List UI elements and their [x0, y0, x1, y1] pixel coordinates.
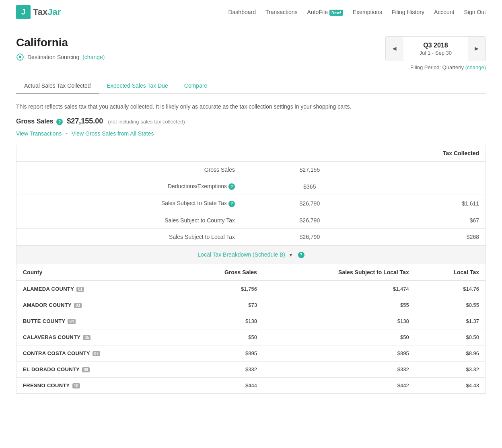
county-name-cell: ALAMEDA COUNTY01	[16, 281, 181, 297]
county-row: CALAVERAS COUNTY05$50$50$0.50	[16, 329, 486, 345]
county-badge: 04	[68, 319, 75, 324]
taxjar-logo-icon: J	[16, 5, 31, 19]
county-header-sales-subject-to-local-tax: Sales Subject to Local Tax	[263, 264, 416, 281]
logo-text: TaxJar	[33, 7, 61, 17]
county-gross-sales: $444	[181, 377, 263, 393]
quarter-dates: Jul 1 - Sep 30	[420, 50, 452, 56]
summary-row-tax: $268	[368, 228, 486, 245]
county-row: ALAMEDA COUNTY01$1,756$1,474$14.76	[16, 281, 486, 297]
breakdown-help-icon[interactable]: ?	[298, 252, 304, 258]
summary-row-label: Sales Subject to Local Tax	[16, 228, 251, 245]
next-quarter-button[interactable]: ►	[468, 37, 486, 61]
county-gross-sales: $50	[181, 329, 263, 345]
county-gross-sales: $73	[181, 297, 263, 313]
sourcing-label: Destination Sourcing	[27, 54, 79, 60]
view-gross-sales-link[interactable]: View Gross Sales from All States	[72, 130, 154, 137]
tab-compare[interactable]: Compare	[176, 78, 216, 94]
header: J TaxJar Dashboard Transactions AutoFile…	[0, 0, 502, 24]
county-local-tax: $0.55	[416, 297, 486, 313]
svg-point-3	[19, 56, 21, 58]
tab-actual[interactable]: Actual Sales Tax Collected	[16, 78, 99, 94]
county-gross-sales: $332	[181, 361, 263, 377]
gross-sales-row: Gross Sales ? $27,155.00 (not including …	[16, 117, 486, 125]
nav-dashboard[interactable]: Dashboard	[228, 9, 256, 15]
breakdown-bar[interactable]: Local Tax Breakdown (Schedule B) ▼ ?	[16, 245, 486, 264]
county-subject-local: $138	[263, 313, 416, 329]
county-name: ALAMEDA COUNTY	[23, 286, 74, 292]
nav-exemptions[interactable]: Exemptions	[353, 9, 382, 15]
county-subject-local: $50	[263, 329, 416, 345]
county-gross-sales: $138	[181, 313, 263, 329]
county-badge: 10	[72, 383, 80, 388]
county-name: EL DORADO COUNTY	[23, 366, 80, 372]
summary-row-tax: $1,611	[368, 195, 486, 212]
county-local-tax: $4.43	[416, 377, 486, 393]
tab-expected[interactable]: Expected Sales Tax Due	[99, 78, 176, 94]
county-row: FRESNO COUNTY10$444$442$4.43	[16, 377, 486, 393]
county-badge: 03	[74, 303, 82, 308]
row-help-icon[interactable]: ?	[228, 201, 235, 207]
nav-transactions[interactable]: Transactions	[265, 9, 298, 15]
quarter-label: Q3 2018	[420, 42, 452, 49]
logo-tax: Tax	[33, 7, 47, 17]
gross-sales-help-icon[interactable]: ?	[56, 119, 63, 125]
link-separator: •	[66, 130, 69, 137]
summary-row-tax: $67	[368, 212, 486, 228]
dropdown-icon: ▼	[288, 252, 293, 258]
summary-row-label: Sales Subject to State Tax?	[16, 195, 251, 212]
county-local-tax: $3.32	[416, 361, 486, 377]
nav-sign-out[interactable]: Sign Out	[464, 9, 486, 15]
breakdown-link[interactable]: Local Tax Breakdown (Schedule B) ▼	[198, 251, 294, 258]
county-subject-local: $55	[263, 297, 416, 313]
county-name: CONTRA COSTA COUNTY	[23, 350, 90, 356]
top-row: California Destination Sourcing (change)…	[16, 36, 486, 70]
gross-sales-amount: $27,155.00	[67, 117, 103, 125]
sourcing-icon	[16, 53, 24, 61]
summary-row-tax	[368, 162, 486, 178]
summary-row: Deductions/Exemptions?$365	[16, 178, 486, 195]
county-badge: 05	[83, 335, 91, 340]
gross-sales-note: (not including sales tax collected)	[108, 119, 185, 125]
svg-text:J: J	[21, 8, 25, 16]
county-subject-local: $442	[263, 377, 416, 393]
nav-autofile[interactable]: AutoFileNew!	[307, 9, 343, 15]
prev-quarter-button[interactable]: ◄	[386, 37, 403, 61]
summary-row-label: Gross Sales	[16, 162, 251, 178]
county-row: BUTTE COUNTY04$138$138$1.37	[16, 313, 486, 329]
view-transactions-link[interactable]: View Transactions	[16, 130, 62, 137]
summary-row-label: Deductions/Exemptions?	[16, 178, 251, 195]
autofile-badge: New!	[329, 10, 343, 16]
logo-jar: Jar	[47, 7, 61, 17]
summary-row: Sales Subject to State Tax?$26,790$1,611	[16, 195, 486, 212]
county-header-local-tax: Local Tax	[416, 264, 486, 281]
county-local-tax: $8.96	[416, 345, 486, 361]
county-local-tax: $1.37	[416, 313, 486, 329]
quarter-info: Q3 2018 Jul 1 - Sep 30	[403, 38, 468, 60]
county-name: CALAVERAS COUNTY	[23, 334, 80, 340]
summary-col2-header	[251, 145, 368, 162]
county-subject-local: $895	[263, 345, 416, 361]
county-table: CountyGross SalesSales Subject to Local …	[16, 264, 486, 394]
summary-row-label: Sales Subject to County Tax	[16, 212, 251, 228]
quarter-nav: ◄ Q3 2018 Jul 1 - Sep 30 ►	[385, 36, 486, 61]
county-subject-local: $332	[263, 361, 416, 377]
summary-row-amount: $26,790	[251, 228, 368, 245]
nav-account[interactable]: Account	[434, 9, 455, 15]
summary-row: Sales Subject to Local Tax$26,790$268	[16, 228, 486, 245]
summary-row: Sales Subject to County Tax$26,790$67	[16, 212, 486, 228]
breakdown-label: Local Tax Breakdown (Schedule B)	[198, 251, 285, 258]
summary-col3-header: Tax Collected	[368, 145, 486, 162]
gross-sales-label: Gross Sales	[16, 118, 53, 125]
sourcing-row: Destination Sourcing (change)	[16, 53, 105, 61]
row-help-icon[interactable]: ?	[228, 183, 235, 190]
sourcing-change-link[interactable]: (change)	[82, 54, 105, 60]
county-local-tax: $0.50	[416, 329, 486, 345]
county-name-cell: EL DORADO COUNTY09	[16, 361, 181, 377]
county-local-tax: $14.76	[416, 281, 486, 297]
filing-period-change-link[interactable]: (change)	[465, 64, 486, 70]
county-name-cell: AMADOR COUNTY03	[16, 297, 181, 313]
filing-period: Filing Period: Quarterly (change)	[385, 64, 486, 70]
summary-row-amount: $26,790	[251, 195, 368, 212]
nav-filing-history[interactable]: Filing History	[392, 9, 424, 15]
main-nav: Dashboard Transactions AutoFileNew! Exem…	[228, 9, 486, 15]
